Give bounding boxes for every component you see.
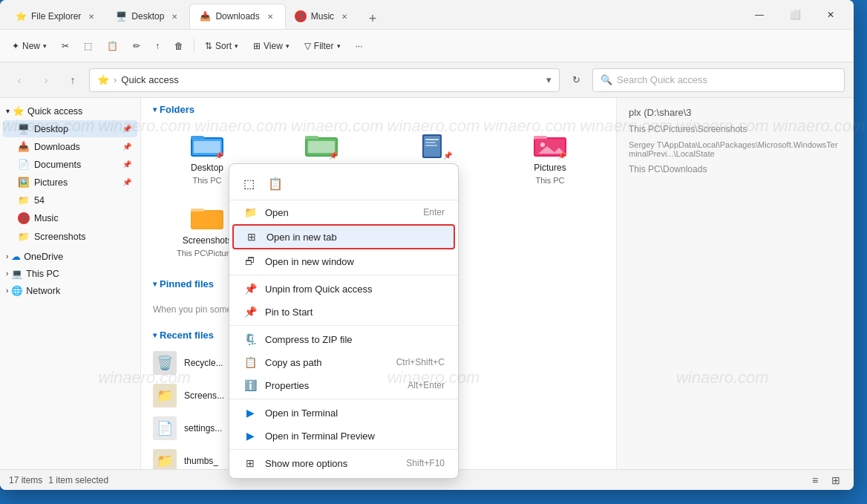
- new-button[interactable]: ✦ New ▾: [6, 38, 53, 54]
- cut-button[interactable]: ✂: [56, 38, 75, 54]
- cm-unpin[interactable]: 📌 Unpin from Quick access: [232, 278, 455, 300]
- copy-button[interactable]: ⬚: [78, 38, 98, 54]
- cm-properties[interactable]: ℹ️ Properties Alt+Enter: [232, 374, 455, 396]
- view-dropdown-icon: ▾: [286, 42, 289, 50]
- sidebar-downloads-icon: 📥: [18, 141, 30, 152]
- tab-file-explorer-close[interactable]: ✕: [85, 10, 97, 22]
- sidebar-downloads-label: Downloads: [34, 142, 80, 152]
- tab-downloads-close[interactable]: ✕: [264, 10, 276, 22]
- quick-access-section[interactable]: ▾ ⭐ Quick access: [0, 102, 140, 120]
- close-button[interactable]: ✕: [814, 4, 848, 26]
- tab-downloads-icon: 📥: [199, 10, 211, 22]
- thispc-icon: 💻: [11, 268, 23, 279]
- tab-music[interactable]: 🎵 Music ✕: [286, 4, 359, 29]
- add-tab-button[interactable]: +: [362, 8, 383, 29]
- search-box[interactable]: 🔍 Search Quick access: [592, 68, 845, 92]
- cm-copy-path-icon: 📋: [243, 356, 258, 368]
- more-button[interactable]: ···: [350, 38, 369, 54]
- svg-rect-20: [192, 212, 222, 228]
- new-dropdown-icon: ▾: [43, 42, 47, 50]
- filter-button[interactable]: ▽ Filter ▾: [298, 38, 347, 54]
- tab-file-explorer[interactable]: ⭐ File Explorer ✕: [6, 4, 106, 29]
- address-dropdown-icon[interactable]: ▾: [546, 74, 552, 85]
- cm-open-new-window-label: Open in new window: [265, 256, 445, 267]
- tab-desktop-close[interactable]: ✕: [169, 10, 180, 22]
- tab-music-close[interactable]: ✕: [338, 10, 350, 22]
- cm-copy-path-label: Copy as path: [265, 357, 389, 368]
- delete-button[interactable]: 🗑: [169, 38, 189, 54]
- forward-button[interactable]: ›: [36, 70, 56, 91]
- sidebar-item-documents[interactable]: 📄 Documents 📌: [3, 156, 137, 173]
- cm-pin-start[interactable]: 📌 Pin to Start: [232, 301, 455, 323]
- cm-properties-icon: ℹ️: [243, 379, 258, 391]
- context-menu-icons-row: ⬚ 📋: [229, 167, 458, 200]
- context-copy-icon-btn[interactable]: ⬚: [237, 171, 261, 195]
- folder-documents-icon: 📌: [418, 130, 454, 160]
- thispc-expand-icon: ›: [6, 269, 8, 278]
- recent-files-arrow-icon: ▾: [153, 331, 157, 339]
- delete-icon: 🗑: [174, 41, 183, 51]
- paste-button[interactable]: 📋: [101, 38, 124, 54]
- grid-view-button[interactable]: ⊞: [827, 471, 845, 489]
- cm-compress[interactable]: 🗜️ Compress to ZIP file: [232, 328, 455, 350]
- sidebar-item-screenshots[interactable]: 📁 Screenshots: [3, 228, 137, 245]
- network-section[interactable]: › 🌐 Network: [0, 282, 140, 299]
- sidebar-item-downloads[interactable]: 📥 Downloads 📌: [3, 138, 137, 155]
- cm-open-terminal-label: Open in Terminal: [265, 408, 445, 419]
- folder-pictures-sub: This PC: [535, 176, 564, 185]
- svg-point-16: [540, 143, 545, 147]
- window-controls: — ⬜ ✕: [742, 4, 848, 26]
- folders-label: Folders: [160, 104, 194, 115]
- list-view-button[interactable]: ≡: [806, 471, 824, 489]
- onedrive-section[interactable]: › ☁ OneDrive: [0, 248, 140, 265]
- tab-downloads-label: Downloads: [215, 11, 259, 22]
- folder-desktop-name: Desktop: [191, 163, 223, 173]
- cm-open[interactable]: 📁 Open Enter: [232, 201, 455, 223]
- cm-sep-4: [229, 449, 458, 450]
- folders-section-header[interactable]: ▾ Folders: [141, 98, 616, 121]
- cm-show-more[interactable]: ⊞ Show more options Shift+F10: [232, 452, 455, 474]
- sidebar-item-pictures[interactable]: 🖼️ Pictures 📌: [3, 174, 137, 191]
- svg-rect-11: [425, 142, 436, 143]
- minimize-button[interactable]: —: [742, 4, 776, 26]
- sort-button[interactable]: ⇅ Sort ▾: [199, 38, 244, 54]
- tab-desktop[interactable]: 🖥️ Desktop ✕: [106, 4, 189, 29]
- cm-open-new-window[interactable]: 🗗 Open in new window: [232, 250, 455, 272]
- maximize-button[interactable]: ⬜: [778, 4, 812, 26]
- folder-pictures[interactable]: 📌 Pictures This PC: [496, 124, 604, 191]
- rename-button[interactable]: ✏: [127, 38, 146, 54]
- share-button[interactable]: ↑: [149, 38, 166, 54]
- thispc-section[interactable]: › 💻 This PC: [0, 265, 140, 282]
- search-icon: 🔍: [601, 74, 612, 85]
- cm-compress-label: Compress to ZIP file: [265, 334, 445, 345]
- tab-downloads[interactable]: 📥 Downloads ✕: [189, 4, 285, 29]
- back-button[interactable]: ‹: [9, 70, 30, 91]
- folder-downloads-icon: 📌: [304, 130, 339, 160]
- folder-screenshots-name: Screenshots: [183, 235, 232, 246]
- cm-open-terminal-preview[interactable]: ▶ Open in Terminal Preview: [232, 425, 455, 447]
- cm-open-terminal[interactable]: ▶ Open in Terminal: [232, 402, 455, 424]
- context-paste-icon-btn[interactable]: 📋: [264, 171, 287, 195]
- address-box[interactable]: ⭐ › Quick access ▾: [89, 68, 560, 92]
- filter-icon: ▽: [304, 41, 311, 51]
- toolbar: ✦ New ▾ ✂ ⬚ 📋 ✏ ↑ 🗑 ⇅ Sort ▾ ⊞ View: [0, 30, 854, 62]
- svg-rect-10: [425, 139, 439, 140]
- tab-music-label: Music: [311, 11, 334, 22]
- address-text: Quick access: [121, 74, 542, 85]
- sidebar-item-desktop[interactable]: 🖥️ Desktop 📌: [3, 120, 137, 137]
- folder-desktop-sub: This PC: [192, 176, 221, 185]
- cut-icon: ✂: [62, 41, 69, 51]
- sidebar-desktop-icon: 🖥️: [18, 123, 30, 134]
- sidebar-item-54[interactable]: 📁 54: [3, 192, 137, 209]
- file-explorer-window: ⭐ File Explorer ✕ 🖥️ Desktop ✕ 📥 Downloa…: [0, 0, 854, 490]
- cm-open-new-tab[interactable]: ⊞ Open in new tab: [232, 224, 455, 249]
- thispc-label: This PC: [26, 269, 59, 279]
- sidebar-music-label: Music: [34, 213, 59, 223]
- tab-music-icon: 🎵: [295, 10, 307, 22]
- up-button[interactable]: ↑: [62, 70, 83, 91]
- refresh-button[interactable]: ↻: [566, 70, 586, 91]
- sidebar-item-music[interactable]: 🎵 Music: [3, 209, 137, 227]
- cm-copy-path[interactable]: 📋 Copy as path Ctrl+Shift+C: [232, 351, 455, 373]
- sidebar-documents-icon: 📄: [18, 159, 30, 170]
- view-button[interactable]: ⊞ View ▾: [247, 38, 295, 54]
